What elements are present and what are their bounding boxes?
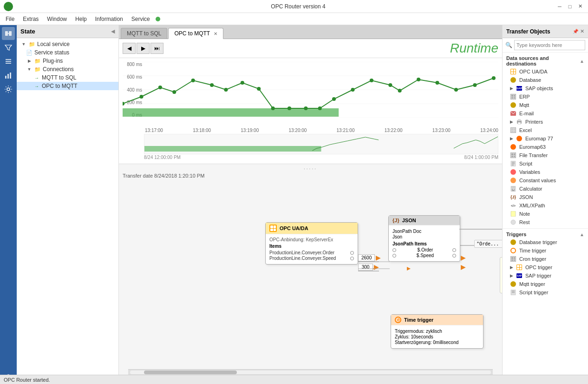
opc-node[interactable]: OPC UA/DA OPC-Anbindung: KepServerEx Ite… (265, 222, 358, 265)
transfer-item-script[interactable]: Script (503, 159, 588, 168)
transfer-item-opc-trigger[interactable]: ▶ OPC trigger (503, 263, 588, 271)
sidebar-icon-list[interactable] (2, 55, 15, 68)
scroll-thumb-h[interactable] (144, 371, 237, 374)
nav-last-button[interactable]: ⏭ (150, 43, 163, 54)
transfer-item-rest[interactable]: Rest (503, 218, 588, 226)
svg-point-36 (435, 81, 439, 85)
nav-prev-button[interactable]: ◀ (123, 43, 136, 54)
script-trigger-icon (510, 289, 516, 296)
canvas-scrollbar-h[interactable] (128, 369, 493, 375)
sidebar-icon-filter[interactable] (2, 41, 15, 54)
json-path-2-row: $.Speed (392, 253, 456, 258)
printers-expand-arrow[interactable]: ▶ (510, 119, 513, 124)
json-path-1: $.Order (418, 247, 433, 252)
minimize-button[interactable]: ─ (555, 2, 564, 11)
json-path-2: $.Speed (417, 253, 434, 258)
transfer-panel: Transfer Objects 📌 ✕ 🔍 Data sources and … (502, 25, 588, 384)
transfer-item-euromap77[interactable]: ▶ Euromap 77 (503, 134, 588, 143)
transfer-item-xml[interactable]: </> XML/XPath (503, 201, 588, 210)
tab-close-opc-to-mqtt[interactable]: ✕ (214, 31, 217, 36)
tree-item-service-status[interactable]: 📄 Service status (17, 48, 118, 57)
transfer-item-mqtt[interactable]: Mqtt (503, 101, 588, 109)
diagram-inner: OPC UA/DA OPC-Anbindung: KepServerEx Ite… (128, 190, 502, 376)
transfer-item-cron-trigger[interactable]: Cron trigger (503, 255, 588, 263)
menu-file[interactable]: File (2, 14, 18, 24)
transfer-item-mqtt-trigger[interactable]: Mqtt trigger (503, 280, 588, 288)
triggers-toggle[interactable]: ▲ (580, 232, 584, 237)
transfer-item-sap-trigger[interactable]: ▶ SAP SAP trigger (503, 271, 588, 280)
sap-trigger-icon: SAP (516, 272, 523, 279)
close-button[interactable]: ✕ (576, 2, 584, 11)
sidebar-icon-settings[interactable] (2, 83, 15, 96)
nav-play-button[interactable]: ▶ (137, 43, 150, 54)
menu-extras[interactable]: Extras (19, 14, 42, 24)
transfer-label-script-trigger: Script trigger (519, 290, 548, 295)
chart-svg (123, 62, 498, 118)
tree-item-local-service[interactable]: ▼ 📁 Local service (17, 40, 118, 48)
svg-rect-54 (518, 119, 521, 121)
opc-icon (269, 225, 277, 232)
transfer-item-filetransfer[interactable]: File Transfer (503, 151, 588, 159)
service-menu[interactable]: Service (128, 14, 160, 24)
menu-help[interactable]: Help (72, 14, 91, 24)
json-item-icon: {J} (510, 194, 516, 200)
svg-point-37 (454, 88, 458, 92)
sap-item-icon: SAP (516, 85, 523, 92)
euromap77-expand-arrow[interactable]: ▶ (510, 136, 513, 141)
sidebar-icon-chart[interactable] (2, 69, 15, 82)
tab-mqtt-to-sql[interactable]: MQTT to SQL (121, 28, 167, 39)
transfer-item-opc[interactable]: OPC UA/DA (503, 67, 588, 76)
transfer-search-input[interactable] (514, 40, 585, 50)
mqtt-trigger-icon (510, 281, 516, 287)
tab-opc-to-mqtt[interactable]: OPC to MQTT ✕ (168, 28, 223, 39)
svg-rect-66 (511, 211, 516, 217)
folder-icon-connections: 📁 (34, 66, 41, 73)
pin-icon[interactable]: 📌 (573, 29, 578, 34)
transfer-item-printers[interactable]: ▶ Printers (503, 118, 588, 126)
transfer-item-euromap63[interactable]: Euromap63 (503, 143, 588, 151)
transfer-item-constants[interactable]: Constant values (503, 176, 588, 185)
db-trigger-icon (510, 239, 516, 245)
transfer-item-excel[interactable]: Excel (503, 126, 588, 134)
menu-information[interactable]: Information (91, 14, 127, 24)
svg-point-26 (271, 106, 275, 110)
runtime-label: Runtime (450, 41, 498, 56)
mini-label-1: 8/24 12:00:00 PM (144, 155, 181, 160)
transfer-item-db-trigger[interactable]: Database trigger (503, 238, 588, 246)
transfer-item-json[interactable]: {J} JSON (503, 193, 588, 201)
x-label-2: 13:18:00 (193, 128, 211, 133)
transfer-item-email[interactable]: E-mail (503, 109, 588, 118)
transfer-item-sap[interactable]: ▶ SAP SAP objects (503, 84, 588, 93)
diagram-canvas[interactable]: OPC UA/DA OPC-Anbindung: KepServerEx Ite… (119, 180, 502, 384)
svg-point-21 (191, 79, 195, 82)
transfer-close-button[interactable]: ✕ (580, 28, 584, 34)
svg-point-39 (492, 76, 496, 80)
tree-item-mqtt-to-sql[interactable]: → MQTT to SQL (17, 73, 118, 82)
tree-item-connections[interactable]: ▼ 📁 Connections (17, 65, 118, 73)
state-panel-collapse[interactable]: ◀ (111, 28, 115, 34)
opc-trigger-expand[interactable]: ▶ (510, 265, 513, 270)
sidebar-icon-connections[interactable] (2, 27, 15, 40)
time-trigger-node[interactable]: ⏱ Time trigger Triggermodus: zyklisch Zy… (391, 314, 483, 349)
transfer-item-script-trigger[interactable]: Script trigger (503, 288, 588, 297)
payload-connector-label: "Orde... ▶ (474, 240, 502, 248)
tree-item-opc-to-mqtt[interactable]: → OPC to MQTT (17, 82, 118, 90)
transfer-item-time-trigger[interactable]: Time trigger (503, 246, 588, 255)
sap-expand-arrow[interactable]: ▶ (510, 86, 513, 91)
svg-point-19 (158, 86, 162, 89)
tree-item-plugins[interactable]: ▶ 📁 Plug-ins (17, 57, 118, 65)
transfer-item-note[interactable]: Note (503, 210, 588, 218)
transfer-label-script: Script (519, 161, 532, 166)
maximize-button[interactable]: □ (566, 2, 574, 11)
menu-service[interactable]: Service (128, 14, 154, 24)
window-title: OPC Router version 4 (41, 3, 555, 10)
menu-window[interactable]: Window (43, 14, 71, 24)
json-node[interactable]: {J} JSON JsonPath Doc Json JsonPath Item… (388, 215, 460, 262)
transfer-item-erp[interactable]: ERP (503, 93, 588, 101)
transfer-item-variables[interactable]: Variables (503, 168, 588, 176)
transfer-item-database[interactable]: Database (503, 76, 588, 84)
chart-area: 800 ms 600 ms 400 ms 200 ms 0 ms (123, 62, 498, 127)
sap-trigger-expand[interactable]: ▶ (510, 273, 513, 278)
transfer-item-calculator[interactable]: Calculator (503, 185, 588, 193)
datasources-toggle[interactable]: ▲ (580, 59, 584, 64)
